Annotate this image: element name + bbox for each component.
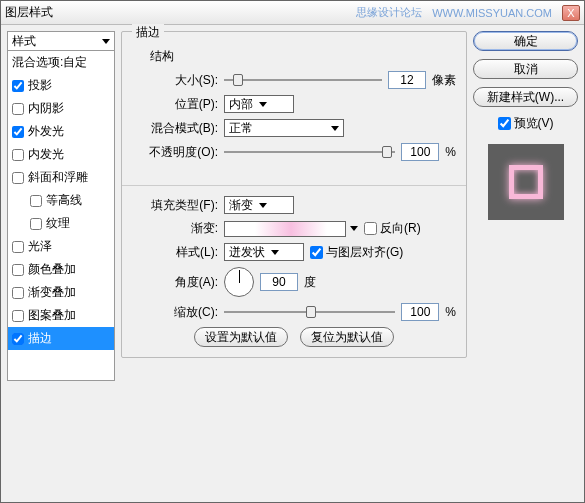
style-item-7[interactable]: 光泽 (8, 235, 114, 258)
style-item-checkbox[interactable] (12, 333, 24, 345)
opacity-slider[interactable] (224, 143, 395, 161)
style-item-label: 渐变叠加 (28, 284, 76, 301)
styles-panel: 样式 混合选项:自定 投影内阴影外发光内发光斜面和浮雕等高线纹理光泽颜色叠加渐变… (7, 31, 115, 496)
chevron-down-icon (102, 39, 110, 44)
chevron-down-icon (259, 102, 267, 107)
action-panel: 确定 取消 新建样式(W)... 预览(V) (473, 31, 578, 496)
opacity-input[interactable] (401, 143, 439, 161)
style-item-label: 外发光 (28, 123, 64, 140)
opacity-label: 不透明度(O): (132, 144, 218, 161)
style-item-9[interactable]: 渐变叠加 (8, 281, 114, 304)
close-button[interactable]: X (562, 5, 580, 21)
styles-header-label: 样式 (12, 33, 36, 50)
blendmode-dropdown[interactable]: 正常 (224, 119, 344, 137)
angle-unit: 度 (304, 274, 316, 291)
style-item-checkbox[interactable] (12, 103, 24, 115)
style-item-3[interactable]: 内发光 (8, 143, 114, 166)
angle-row: 角度(A): 度 (132, 267, 456, 297)
style-item-label: 纹理 (46, 215, 70, 232)
opacity-row: 不透明度(O): % (132, 143, 456, 161)
angle-label: 角度(A): (132, 274, 218, 291)
blendmode-value: 正常 (229, 120, 253, 137)
style-item-checkbox[interactable] (12, 310, 24, 322)
style-item-label: 颜色叠加 (28, 261, 76, 278)
position-label: 位置(P): (132, 96, 218, 113)
filltype-label: 填充类型(F): (132, 197, 218, 214)
blend-options-label: 混合选项:自定 (12, 54, 87, 71)
scale-unit: % (445, 305, 456, 319)
style-item-checkbox[interactable] (12, 172, 24, 184)
filltype-row: 填充类型(F): 渐变 (132, 196, 456, 214)
style-item-checkbox[interactable] (12, 80, 24, 92)
titlebar: 图层样式 思缘设计论坛 WWW.MISSYUAN.COM X (1, 1, 584, 25)
preview-thumbnail (488, 144, 564, 220)
stroke-panel: 描边 结构 大小(S): 像素 位置(P): 内部 (121, 31, 467, 496)
style-value: 迸发状 (229, 244, 265, 261)
preview-input[interactable] (498, 117, 511, 130)
reverse-input[interactable] (364, 222, 377, 235)
blend-options-row[interactable]: 混合选项:自定 (8, 51, 114, 74)
blendmode-label: 混合模式(B): (132, 120, 218, 137)
size-label: 大小(S): (132, 72, 218, 89)
size-input[interactable] (388, 71, 426, 89)
align-checkbox[interactable]: 与图层对齐(G) (310, 244, 403, 261)
gradient-row: 渐变: 反向(R) (132, 220, 456, 237)
style-item-8[interactable]: 颜色叠加 (8, 258, 114, 281)
style-item-4[interactable]: 斜面和浮雕 (8, 166, 114, 189)
style-item-label: 描边 (28, 330, 52, 347)
preview-shape (509, 165, 543, 199)
style-item-checkbox[interactable] (12, 149, 24, 161)
style-item-5[interactable]: 等高线 (8, 189, 114, 212)
size-slider[interactable] (224, 71, 382, 89)
angle-dial[interactable] (224, 267, 254, 297)
style-item-label: 斜面和浮雕 (28, 169, 88, 186)
style-item-11[interactable]: 描边 (8, 327, 114, 350)
scale-input[interactable] (401, 303, 439, 321)
scale-row: 缩放(C): % (132, 303, 456, 321)
position-dropdown[interactable]: 内部 (224, 95, 294, 113)
chevron-down-icon (331, 126, 339, 131)
align-input[interactable] (310, 246, 323, 259)
opacity-unit: % (445, 145, 456, 159)
chevron-down-icon[interactable] (350, 226, 358, 231)
watermark-url: WWW.MISSYUAN.COM (432, 7, 552, 19)
filltype-dropdown[interactable]: 渐变 (224, 196, 294, 214)
style-item-label: 图案叠加 (28, 307, 76, 324)
structure-title: 结构 (150, 48, 456, 65)
chevron-down-icon (259, 203, 267, 208)
style-item-label: 内发光 (28, 146, 64, 163)
style-item-label: 内阴影 (28, 100, 64, 117)
position-value: 内部 (229, 96, 253, 113)
style-dropdown[interactable]: 迸发状 (224, 243, 304, 261)
chevron-down-icon (271, 250, 279, 255)
structure-subgroup: 结构 大小(S): 像素 位置(P): 内部 混合模式( (132, 44, 456, 175)
watermark-text: 思缘设计论坛 (356, 5, 422, 20)
gradient-label: 渐变: (132, 220, 218, 237)
style-item-2[interactable]: 外发光 (8, 120, 114, 143)
reverse-checkbox[interactable]: 反向(R) (364, 220, 421, 237)
preview-label: 预览(V) (514, 115, 554, 132)
align-label: 与图层对齐(G) (326, 244, 403, 261)
scale-slider[interactable] (224, 303, 395, 321)
layer-style-dialog: 图层样式 思缘设计论坛 WWW.MISSYUAN.COM X 样式 混合选项:自… (0, 0, 585, 503)
style-item-checkbox[interactable] (30, 218, 42, 230)
style-item-checkbox[interactable] (12, 287, 24, 299)
style-item-6[interactable]: 纹理 (8, 212, 114, 235)
cancel-button[interactable]: 取消 (473, 59, 578, 79)
new-style-button[interactable]: 新建样式(W)... (473, 87, 578, 107)
style-item-1[interactable]: 内阴影 (8, 97, 114, 120)
style-item-checkbox[interactable] (30, 195, 42, 207)
preview-checkbox[interactable]: 预览(V) (473, 115, 578, 132)
style-item-checkbox[interactable] (12, 126, 24, 138)
styles-header[interactable]: 样式 (7, 31, 115, 51)
style-item-checkbox[interactable] (12, 241, 24, 253)
style-item-0[interactable]: 投影 (8, 74, 114, 97)
style-item-checkbox[interactable] (12, 264, 24, 276)
set-default-button[interactable]: 设置为默认值 (194, 327, 288, 347)
reset-default-button[interactable]: 复位为默认值 (300, 327, 394, 347)
stroke-group-title: 描边 (132, 24, 164, 41)
ok-button[interactable]: 确定 (473, 31, 578, 51)
gradient-swatch[interactable] (224, 221, 346, 237)
angle-input[interactable] (260, 273, 298, 291)
style-item-10[interactable]: 图案叠加 (8, 304, 114, 327)
